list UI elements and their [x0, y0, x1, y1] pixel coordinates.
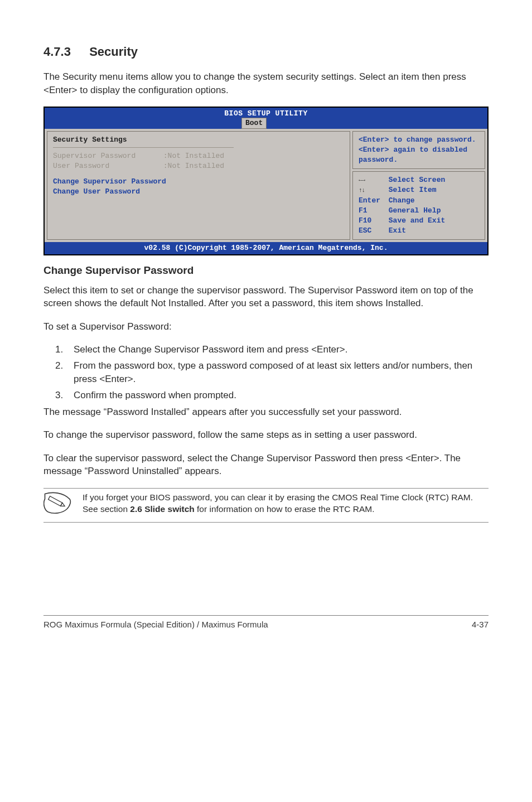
subsection-heading: Change Supervisor Password	[43, 263, 489, 278]
key-label: Select Screen	[389, 176, 445, 184]
row-value: :Not Installed	[163, 162, 224, 170]
bios-left-panel: Security Settings Supervisor Password :N…	[47, 131, 350, 239]
note-post: for information on how to erase the RTC …	[195, 504, 375, 514]
key-select-item: Select Item	[359, 185, 479, 195]
change-supervisor-password-item[interactable]: Change Supervisor Password	[53, 177, 344, 187]
row-label: User Password	[53, 161, 159, 171]
security-settings-heading: Security Settings	[53, 135, 344, 145]
note-block: If you forget your BIOS password, you ca…	[43, 488, 489, 523]
key-f10: F10 Save and Exit	[359, 216, 479, 226]
key-label: Change	[389, 196, 415, 205]
intro-paragraph: The Security menu items allow you to cha…	[43, 70, 489, 96]
row-value: :Not Installed	[163, 152, 224, 160]
steps-list: Select the Change Supervisor Password it…	[43, 343, 489, 402]
key-enter: Enter Change	[359, 196, 479, 206]
bios-help-description: <Enter> to change password. <Enter> agai…	[352, 131, 485, 169]
step-item: From the password box, type a password c…	[66, 359, 489, 385]
key-name: Enter	[359, 196, 384, 206]
bios-screenshot: BIOS SETUP UTILITY Boot Security Setting…	[43, 107, 489, 255]
paragraph: Select this item to set or change the su…	[43, 284, 489, 310]
paragraph: To clear the supervisor password, select…	[43, 452, 489, 478]
key-esc: ESC Exit	[359, 226, 479, 236]
section-heading: 4.7.3 Security	[43, 44, 489, 60]
change-user-password-item[interactable]: Change User Password	[53, 187, 344, 197]
section-title: Security	[89, 45, 138, 59]
bios-title-bar: BIOS SETUP UTILITY Boot	[45, 108, 487, 129]
bios-copyright: v02.58 (C)Copyright 1985-2007, American …	[45, 242, 487, 255]
key-label: Exit	[389, 226, 406, 235]
key-f1: F1 General Help	[359, 206, 479, 216]
paragraph: To set a Supervisor Password:	[43, 320, 489, 333]
note-pencil-icon	[43, 492, 72, 519]
arrow-left-right-icon	[359, 175, 384, 185]
note-bold: 2.6 Slide switch	[130, 504, 194, 514]
section-number: 4.7.3	[43, 44, 86, 60]
bios-keys-panel: Select Screen Select Item Enter Change F…	[352, 171, 485, 239]
bios-title: BIOS SETUP UTILITY	[45, 108, 487, 119]
supervisor-password-row: Supervisor Password :Not Installed	[53, 151, 344, 161]
key-label: General Help	[389, 206, 441, 215]
step-item: Confirm the password when prompted.	[66, 389, 489, 402]
paragraph: To change the supervisor password, follo…	[43, 428, 489, 441]
svg-rect-0	[49, 496, 62, 506]
key-name: F10	[359, 216, 384, 226]
bios-tab-boot[interactable]: Boot	[241, 118, 267, 129]
key-label: Select Item	[389, 186, 437, 195]
key-select-screen: Select Screen	[359, 175, 479, 185]
paragraph: The message “Password Installed” appears…	[43, 405, 489, 418]
footer-left: ROG Maximus Formula (Special Edition) / …	[43, 619, 268, 631]
arrow-up-down-icon	[359, 185, 384, 195]
page-footer: ROG Maximus Formula (Special Edition) / …	[43, 615, 489, 631]
footer-right: 4-37	[472, 619, 489, 631]
key-name: F1	[359, 206, 384, 216]
divider	[53, 147, 234, 148]
step-item: Select the Change Supervisor Password it…	[66, 343, 489, 356]
user-password-row: User Password :Not Installed	[53, 161, 344, 171]
row-label: Supervisor Password	[53, 151, 159, 161]
key-name: ESC	[359, 226, 384, 236]
note-text: If you forget your BIOS password, you ca…	[83, 492, 489, 515]
key-label: Save and Exit	[389, 216, 445, 225]
